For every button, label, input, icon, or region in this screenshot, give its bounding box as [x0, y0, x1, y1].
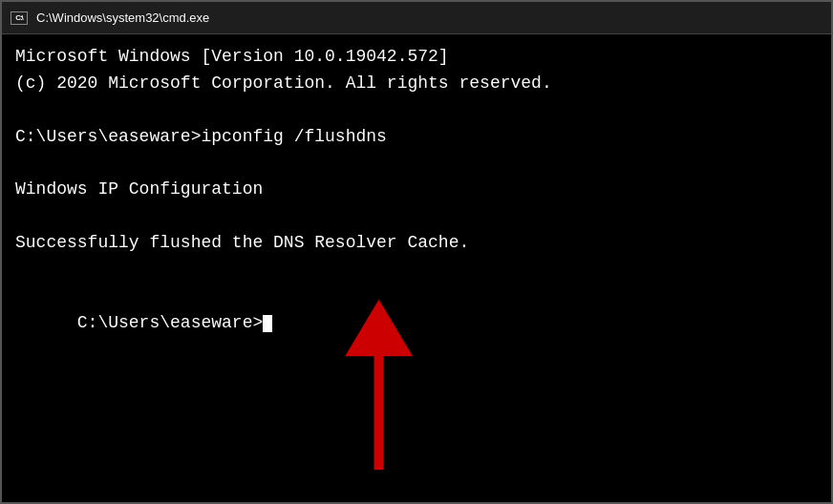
title-bar: C:\ C:\Windows\system32\cmd.exe [2, 2, 831, 34]
terminal-body[interactable]: Microsoft Windows [Version 10.0.19042.57… [2, 34, 831, 502]
blank-4 [15, 257, 818, 284]
output-line-3: C:\Users\easeware>ipconfig /flushdns [15, 124, 818, 151]
prompt-line: C:\Users\easeware> [15, 284, 818, 364]
output-line-5: Successfully flushed the DNS Resolver Ca… [15, 230, 818, 257]
cmd-window: C:\ C:\Windows\system32\cmd.exe Microsof… [0, 0, 833, 504]
window-title: C:\Windows\system32\cmd.exe [36, 10, 209, 25]
blank-2 [15, 151, 818, 178]
output-line-4: Windows IP Configuration [15, 177, 818, 203]
output-line-2: (c) 2020 Microsoft Corporation. All righ… [15, 71, 818, 97]
blank-3 [15, 203, 818, 230]
output-line-1: Microsoft Windows [Version 10.0.19042.57… [15, 44, 818, 71]
cmd-icon: C:\ [10, 10, 29, 26]
blank-1 [15, 97, 818, 124]
cursor [263, 315, 272, 332]
